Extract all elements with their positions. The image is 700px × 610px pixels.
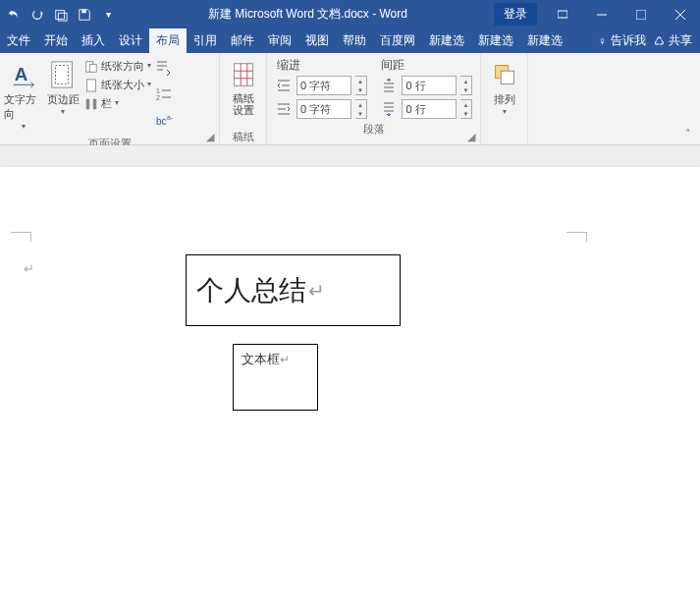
group-page-setup: A 文字方向 ▾ 页边距 ▾ 纸张方向▾ 纸张大小▾ <box>0 53 220 144</box>
tab-insert[interactable]: 插入 <box>75 28 112 53</box>
share-icon: ♺ <box>654 34 665 48</box>
arrange-icon <box>489 59 520 90</box>
window-buttons: 登录 <box>494 0 700 28</box>
title-bar: ▾ 新建 Microsoft Word 文档.docx - Word 登录 <box>0 0 700 28</box>
margin-corner-tr <box>566 232 587 242</box>
space-after-spinner[interactable]: ▲▼ <box>460 99 472 119</box>
textbox-body[interactable]: 文本框↵ <box>233 344 318 411</box>
collapse-ribbon-icon[interactable]: ˄ <box>676 53 700 144</box>
svg-rect-6 <box>636 10 646 20</box>
tab-mailings[interactable]: 邮件 <box>224 28 261 53</box>
touch-mode-icon[interactable] <box>53 7 69 23</box>
tab-custom-3[interactable]: 新建选 <box>520 28 569 53</box>
textbox-title-text: 个人总结 <box>196 272 306 309</box>
spacing-label: 间距 <box>381 57 404 74</box>
ribbon-display-icon[interactable] <box>543 0 582 28</box>
group-manuscript-label: 稿纸 <box>224 129 262 144</box>
indent-right-input[interactable]: 0 字符 <box>296 99 351 119</box>
svg-rect-2 <box>58 13 67 21</box>
svg-rect-16 <box>93 98 97 109</box>
tab-view[interactable]: 视图 <box>298 28 336 53</box>
space-before-spinner[interactable]: ▲▼ <box>460 76 472 95</box>
page[interactable]: ↵ 个人总结 ↵ 文本框↵ <box>0 167 700 592</box>
svg-rect-1 <box>56 10 65 19</box>
tab-layout[interactable]: 布局 <box>149 28 187 53</box>
textbox-body-text: 文本框 <box>242 352 280 366</box>
manuscript-settings-button[interactable]: 稿纸 设置 <box>224 55 262 116</box>
page-setup-launcher-icon[interactable]: ◢ <box>204 131 216 142</box>
space-after-icon <box>381 100 399 118</box>
group-manuscript: 稿纸 设置 稿纸 <box>220 53 267 144</box>
svg-text:a-: a- <box>167 114 173 121</box>
tab-custom-1[interactable]: 新建选 <box>422 28 471 53</box>
space-after-input[interactable]: 0 行 <box>402 99 457 119</box>
svg-rect-4 <box>558 11 567 18</box>
indent-label: 缩进 <box>277 57 300 74</box>
quick-access-toolbar: ▾ <box>0 7 122 23</box>
tab-help[interactable]: 帮助 <box>336 28 373 53</box>
share-label: 共享 <box>669 32 692 49</box>
save-icon[interactable] <box>77 7 92 23</box>
document-title: 新建 Microsoft Word 文档.docx - Word <box>122 6 494 23</box>
group-paragraph: 缩进 间距 0 字符 ▲▼ 0 行 ▲▼ 0 字符 ▲▼ <box>267 53 481 144</box>
qat-customize-icon[interactable]: ▾ <box>100 7 116 23</box>
text-direction-button[interactable]: A 文字方向 ▾ <box>4 55 43 131</box>
svg-rect-3 <box>81 9 85 13</box>
svg-rect-15 <box>86 98 90 109</box>
login-button[interactable]: 登录 <box>494 3 537 26</box>
tab-custom-2[interactable]: 新建选 <box>471 28 520 53</box>
lightbulb-icon: ♀ <box>598 34 607 48</box>
orientation-button[interactable]: 纸张方向▾ <box>84 59 151 74</box>
paragraph-mark-icon: ↵ <box>280 353 290 366</box>
undo-icon[interactable] <box>6 7 22 23</box>
group-paragraph-label: 段落 <box>271 121 476 137</box>
svg-rect-27 <box>501 71 513 83</box>
paragraph-mark-icon: ↵ <box>308 279 325 303</box>
svg-text:A: A <box>15 64 28 84</box>
close-button[interactable] <box>661 0 700 28</box>
tab-home[interactable]: 开始 <box>37 28 75 53</box>
group-arrange: 排列 ▾ <box>481 53 528 144</box>
chevron-down-icon: ▾ <box>503 107 507 116</box>
paragraph-launcher-icon[interactable]: ◢ <box>465 131 477 142</box>
document-area[interactable]: ↵ 个人总结 ↵ 文本框↵ <box>0 145 700 592</box>
hyphenation-button[interactable]: bca- <box>155 112 173 133</box>
tell-me-button[interactable]: ♀ 告诉我 <box>598 32 646 49</box>
tab-references[interactable]: 引用 <box>187 28 224 53</box>
indent-left-input[interactable]: 0 字符 <box>296 76 351 95</box>
tab-design[interactable]: 设计 <box>112 28 149 53</box>
redo-icon[interactable] <box>29 7 45 23</box>
tab-file[interactable]: 文件 <box>0 28 37 53</box>
svg-text:1: 1 <box>156 87 160 94</box>
maximize-button[interactable] <box>621 0 661 28</box>
margins-button[interactable]: 页边距 ▾ <box>43 55 82 116</box>
ribbon-tabs: 文件 开始 插入 设计 布局 引用 邮件 审阅 视图 帮助 百度网 新建选 新建… <box>0 28 700 53</box>
minimize-button[interactable] <box>582 0 621 28</box>
ribbon: A 文字方向 ▾ 页边距 ▾ 纸张方向▾ 纸张大小▾ <box>0 53 700 145</box>
tab-review[interactable]: 审阅 <box>261 28 298 53</box>
arrange-button[interactable]: 排列 ▾ <box>485 55 523 116</box>
chevron-down-icon: ▾ <box>22 122 26 131</box>
space-before-input[interactable]: 0 行 <box>402 76 457 95</box>
margin-corner-tl <box>11 232 31 242</box>
chevron-down-icon: ▾ <box>61 107 65 116</box>
margins-icon <box>47 59 79 90</box>
text-direction-icon: A <box>8 59 39 90</box>
svg-point-0 <box>33 10 42 19</box>
textbox-title[interactable]: 个人总结 ↵ <box>186 254 401 326</box>
indent-right-icon <box>275 100 293 118</box>
svg-text:2: 2 <box>156 94 160 101</box>
line-numbers-button[interactable]: 12 <box>155 85 173 106</box>
svg-rect-13 <box>89 64 96 72</box>
columns-button[interactable]: 栏▾ <box>84 96 151 111</box>
svg-text:bc: bc <box>156 116 167 127</box>
tab-baidu[interactable]: 百度网 <box>373 28 422 53</box>
svg-rect-21 <box>234 64 252 86</box>
indent-left-spinner[interactable]: ▲▼ <box>355 76 367 95</box>
space-before-icon <box>381 77 399 94</box>
size-button[interactable]: 纸张大小▾ <box>84 78 151 92</box>
share-button[interactable]: ♺ 共享 <box>654 32 692 49</box>
indent-right-spinner[interactable]: ▲▼ <box>355 99 367 119</box>
svg-rect-14 <box>87 79 96 90</box>
breaks-button[interactable] <box>155 59 173 80</box>
